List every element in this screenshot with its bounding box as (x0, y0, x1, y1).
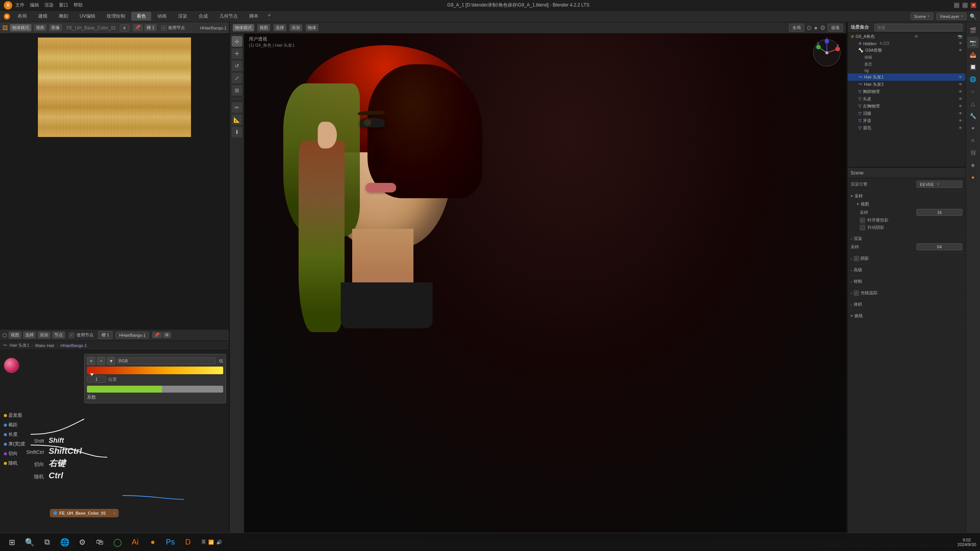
outliner-item-hair2[interactable]: 〜 Hair 头发2 👁 (848, 81, 965, 88)
menu-help[interactable]: 帮助 (74, 2, 83, 8)
outliner-search-input[interactable] (874, 24, 962, 31)
scene-select[interactable]: Scene ▾ (911, 13, 933, 20)
prop-constraints-icon[interactable]: ⛓ (967, 147, 979, 158)
node-canvas[interactable]: + − ▾ RGB 线 1 位置 (0, 350, 229, 540)
tab-scripting[interactable]: 脚本 (244, 12, 264, 21)
taskbar-ps-btn[interactable]: Ps (162, 534, 178, 550)
object-mode-btn[interactable]: 物体模式 (10, 24, 31, 31)
outliner-item-eyebrow[interactable]: ▽ 眉毛 👁 (848, 124, 965, 132)
ray-tracing-header[interactable]: › 光线追踪 (851, 289, 962, 297)
curves-header[interactable]: ▾ 曲线 (851, 312, 962, 320)
breadcrumb-hair[interactable]: Hair 头发1 (10, 342, 29, 348)
menu-render[interactable]: 渲染 (44, 2, 54, 8)
tab-uv[interactable]: UV编辑 (74, 12, 101, 21)
window-controls[interactable]: ─ □ ✕ (954, 3, 976, 8)
taskbar-start-btn[interactable]: ⊞ (4, 534, 20, 550)
taskbar-store-btn[interactable]: 🛍 (92, 534, 108, 550)
title-menus[interactable]: 文件 编辑 渲染 窗口 帮助 (15, 2, 83, 8)
visibility-icon[interactable]: 👁 (915, 34, 918, 39)
tool-move[interactable]: ✛ (232, 48, 242, 59)
node-use-nodes-checkbox[interactable] (69, 333, 74, 338)
slot-select[interactable]: 槽 1 (144, 24, 157, 31)
outliner-item-chest[interactable]: ▽ 胸部物理 👁 (848, 88, 965, 95)
navigation-gizmo[interactable]: X Y Z (812, 37, 842, 68)
outliner-item-g9a[interactable]: ⊕ G9_A角色 👁 📷 (848, 33, 965, 40)
taskbar-settings-btn[interactable]: ⚙ (74, 534, 90, 550)
tool-cursor[interactable]: ⊹ (232, 36, 242, 47)
viewlayer-select[interactable]: ViewLayer ▾ (936, 13, 967, 20)
tool-drop[interactable]: ⬇ (232, 127, 242, 137)
node-menu-btn[interactable]: 节点 (52, 331, 65, 339)
sampling-header[interactable]: ▾ 采样 (851, 192, 962, 200)
tab-layout[interactable]: 布局 (12, 12, 32, 21)
prop-output-icon[interactable]: 📤 (967, 49, 979, 60)
shadows-checkbox[interactable] (854, 256, 859, 261)
outliner-item-g9a-skel[interactable]: 🦴 G9A骨骼 👁 (848, 47, 965, 54)
render-samples-input[interactable]: 64 (916, 243, 962, 250)
prop-scene-props-icon[interactable]: 🌐 (967, 73, 979, 85)
menu-edit[interactable]: 编辑 (30, 2, 39, 8)
add-workspace-button[interactable]: + (268, 12, 271, 21)
node-select-btn[interactable]: 选择 (23, 331, 36, 339)
prop-modifier-icon[interactable]: 🔧 (967, 110, 979, 122)
time-shadow-checkbox[interactable] (860, 218, 865, 223)
options-btn[interactable]: 选项 (828, 24, 843, 32)
node-pin-btn[interactable]: 📌 (152, 332, 162, 338)
tab-sculpt[interactable]: 雕刻 (54, 12, 74, 21)
tool-scale[interactable]: ⤢ (232, 73, 242, 83)
close-button[interactable]: ✕ (971, 3, 976, 8)
outliner-item-pose[interactable]: 姿态 (848, 61, 965, 68)
breadcrumb-make-hair[interactable]: Make Hair (35, 343, 54, 348)
tab-modeling[interactable]: 建模 (33, 12, 53, 21)
outliner-item-scalp[interactable]: ▽ 头皮 👁 (848, 95, 965, 103)
image-menu-btn[interactable]: 图像 (49, 24, 62, 31)
ramp-add-stop[interactable]: + (87, 357, 95, 365)
menu-window[interactable]: 窗口 (59, 2, 68, 8)
menu-file[interactable]: 文件 (15, 2, 24, 8)
node-view-btn[interactable]: 视图 (8, 331, 21, 339)
view-menu-btn[interactable]: 视图 (34, 24, 47, 31)
outliner-item-anim[interactable]: 动画 (848, 54, 965, 61)
search-icon[interactable]: 🔍 (970, 13, 976, 20)
viewport-add-btn[interactable]: 添加 (289, 24, 302, 31)
viewport-content[interactable]: 用户透视 (1) G9_角色 | Hair 头发1 X Y (230, 34, 846, 540)
outliner-item-tear[interactable]: ▽ 泪腺 👁 (848, 110, 965, 117)
node-add-btn[interactable]: 添加 (38, 331, 51, 339)
tool-annotate[interactable]: ✏ (232, 102, 242, 113)
taskbar-edge-btn[interactable]: 🌐 (57, 534, 73, 550)
prop-object-icon[interactable]: △ (967, 98, 979, 109)
viewport-samples-input[interactable]: 16 (916, 209, 962, 216)
taskbar-ai-btn[interactable]: Ai (127, 534, 143, 550)
prop-view-layer-icon[interactable]: 🔲 (967, 61, 979, 73)
shadows-header[interactable]: › 阴影 (851, 254, 962, 262)
advanced-header[interactable]: › 高级 (851, 266, 962, 274)
tool-rotate[interactable]: ↺ (232, 60, 242, 71)
viewport-view-btn[interactable]: 视图 (257, 24, 270, 31)
maximize-button[interactable]: □ (962, 3, 968, 8)
viewport-sampling-header[interactable]: ▾ 视图 (851, 200, 962, 208)
tab-texture-paint[interactable]: 纹理绘制 (101, 12, 131, 21)
viewport-options-icon[interactable]: ⚙ (820, 24, 825, 31)
use-nodes-toggle[interactable]: 使用节点 (161, 25, 185, 31)
tab-compositing[interactable]: 合成 (193, 12, 213, 21)
ramp-remove-stop[interactable]: − (97, 357, 105, 365)
minimize-button[interactable]: ─ (954, 3, 959, 8)
render-icon[interactable]: 📷 (958, 34, 962, 39)
indirect-header[interactable]: › 钳制 (851, 277, 962, 285)
viewport-object-btn[interactable]: 物体 (305, 24, 318, 31)
outliner-item-rig[interactable]: rig (848, 68, 965, 73)
node-slot-select[interactable]: 槽 1 (98, 331, 113, 339)
tool-measure[interactable]: 📐 (232, 114, 242, 125)
taskbar-chrome-btn[interactable]: ◯ (109, 534, 126, 550)
prop-world-icon[interactable]: ○ (967, 86, 979, 97)
outliner-item-teeth[interactable]: ▽ 牙齿 👁 (848, 117, 965, 124)
use-nodes-checkbox[interactable] (161, 25, 167, 31)
tab-animation[interactable]: 动画 (152, 12, 172, 21)
viewport-overlay-icon[interactable]: ⊙ (807, 24, 812, 31)
taskbar-clock[interactable]: 9:02 2024/9/30 (957, 538, 976, 547)
fe-uh-node-inner[interactable]: FE_UH_Base_Color_01 › (50, 509, 119, 517)
prop-physics-icon[interactable]: ⚛ (967, 135, 979, 146)
node-settings-btn[interactable]: ⚙ (163, 332, 171, 338)
volumes-header[interactable]: › 体积 (851, 300, 962, 308)
node-material-select[interactable]: HHairBangs-1 (116, 332, 149, 339)
